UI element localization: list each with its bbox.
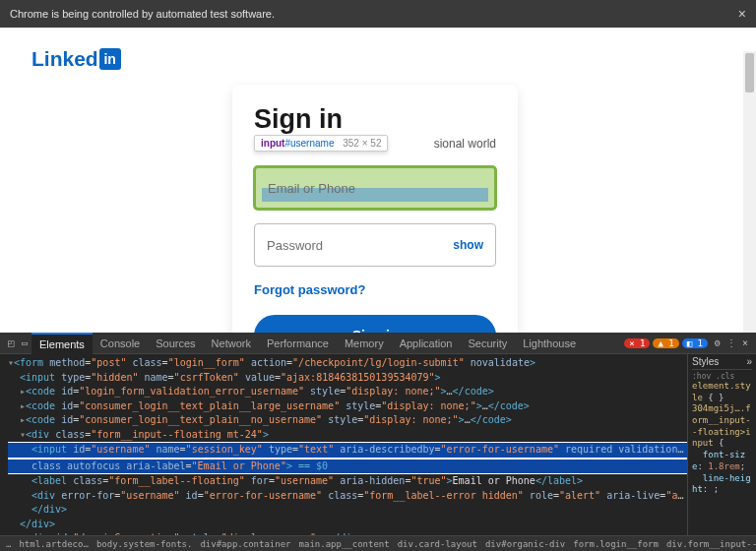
forgot-password-link[interactable]: Forgot password? — [254, 282, 365, 297]
styles-filter[interactable]: :hov .cls — [692, 372, 752, 381]
subtitle-fragment: sional world — [434, 137, 496, 151]
more-icon[interactable]: ⋮ — [724, 337, 738, 348]
close-icon[interactable]: × — [738, 6, 746, 22]
dom-tree[interactable]: ▾<form method="post" class="login__form"… — [0, 354, 687, 535]
tooltip-selector: input — [261, 138, 284, 149]
automation-info-bar: Chrome is being controlled by automated … — [0, 0, 756, 28]
breadcrumb-item[interactable]: html.artdeco… — [19, 539, 88, 549]
breadcrumb-item[interactable]: main.app__content — [299, 539, 390, 549]
tab-security[interactable]: Security — [460, 333, 515, 354]
dom-line[interactable]: <div error-for="username" id="error-for-… — [8, 489, 687, 504]
show-password-link[interactable]: show — [453, 238, 483, 252]
signin-subtitle-row: input#username 352 × 52 sional world — [254, 137, 496, 151]
tab-lighthouse[interactable]: Lighthouse — [515, 333, 584, 354]
dom-line[interactable]: <input type="hidden" name="csrfToken" va… — [8, 371, 687, 386]
tab-application[interactable]: Application — [392, 333, 461, 354]
inspect-icon[interactable]: ◰ — [4, 337, 18, 348]
breadcrumb-item[interactable]: div#app.container — [200, 539, 290, 549]
tab-console[interactable]: Console — [93, 333, 148, 354]
style-rule[interactable]: element.style { } — [692, 381, 752, 403]
dom-line[interactable]: class autofocus aria-label="Email or Pho… — [8, 459, 687, 475]
dom-line[interactable]: </div> — [8, 518, 687, 532]
breadcrumb-item[interactable]: div#organic-div — [485, 539, 565, 549]
breadcrumb-item[interactable]: form.login__form — [573, 539, 659, 549]
linkedin-logo[interactable]: Linked in — [32, 47, 121, 71]
devtools-inspect-tooltip: input#username 352 × 52 — [254, 135, 388, 152]
dom-line[interactable]: ▾<div class="form__input--floating mt-24… — [8, 428, 687, 443]
logo-in-icon: in — [99, 48, 121, 70]
gear-icon[interactable]: ⚙ — [711, 337, 724, 348]
style-rule[interactable]: font-size: 1.8rem; — [692, 450, 752, 472]
styles-pane[interactable]: Styles » :hov .cls element.style { }304m… — [687, 354, 756, 535]
styles-chevron-icon[interactable]: » — [746, 356, 752, 367]
dom-line[interactable]: ▸<code id="consumer_login__text_plain__l… — [8, 399, 687, 414]
error-badge[interactable]: × 1 — [624, 338, 650, 348]
email-field[interactable]: Email or Phone — [254, 166, 496, 210]
signin-heading: Sign in — [254, 104, 496, 135]
logo-text: Linked — [32, 47, 98, 71]
style-rule[interactable]: 304mgi5j….form__input--floating>input { — [692, 403, 752, 450]
tab-memory[interactable]: Memory — [337, 333, 392, 354]
tooltip-dimensions: 352 × 52 — [343, 138, 381, 149]
dom-line[interactable]: </div> — [8, 503, 687, 518]
breadcrumb-item[interactable]: div.card-layout — [398, 539, 477, 549]
styles-header: Styles — [692, 356, 719, 367]
breadcrumb-item[interactable]: body.system-fonts. — [96, 539, 193, 549]
dom-breadcrumbs[interactable]: …html.artdeco…body.system-fonts.div#app.… — [0, 535, 756, 551]
tab-network[interactable]: Network — [204, 333, 259, 354]
styles-rules: element.style { }304mgi5j….form__input--… — [692, 381, 752, 496]
dom-line[interactable]: ▸<code id="consumer_login__text_plain__n… — [8, 413, 687, 428]
devtools-tabbar: ◰ ▭ Elements Console Sources Network Per… — [0, 333, 756, 354]
tab-sources[interactable]: Sources — [148, 333, 203, 354]
device-toggle-icon[interactable]: ▭ — [18, 337, 32, 348]
breadcrumb-item[interactable]: div.form__input--floating.mt-… — [666, 539, 756, 549]
dom-line[interactable]: <input id="username" name="session_key" … — [8, 442, 687, 459]
tab-performance[interactable]: Performance — [259, 333, 337, 354]
signin-card: Sign in input#username 352 × 52 sional w… — [232, 85, 518, 337]
info-badge[interactable]: ◧ 1 — [682, 338, 708, 348]
close-devtools-icon[interactable]: × — [738, 337, 752, 348]
email-placeholder: Email or Phone — [268, 181, 355, 196]
devtools-panel: ◰ ▭ Elements Console Sources Network Per… — [0, 333, 756, 551]
dom-line[interactable]: ▸<code id="login_form_validation_error_u… — [8, 385, 687, 399]
automation-message: Chrome is being controlled by automated … — [10, 8, 275, 20]
scrollbar-thumb[interactable] — [745, 53, 754, 92]
breadcrumb-item[interactable]: … — [6, 539, 11, 549]
devtools-body: ▾<form method="post" class="login__form"… — [0, 354, 756, 535]
warning-badge[interactable]: ▲ 1 — [653, 338, 678, 348]
dom-line[interactable]: ▾<form method="post" class="login__form"… — [8, 356, 687, 371]
password-placeholder: Password — [267, 238, 323, 253]
tooltip-id: #username — [284, 138, 334, 149]
password-field[interactable]: Password show — [254, 223, 496, 267]
tab-elements[interactable]: Elements — [32, 333, 93, 354]
scrollbar-track[interactable] — [743, 51, 756, 337]
page-viewport: Linked in Sign in input#username 352 × 5… — [0, 28, 756, 337]
style-rule[interactable]: line-height: ; — [692, 473, 752, 496]
dom-line[interactable]: <label class="form__label--floating" for… — [8, 474, 687, 489]
